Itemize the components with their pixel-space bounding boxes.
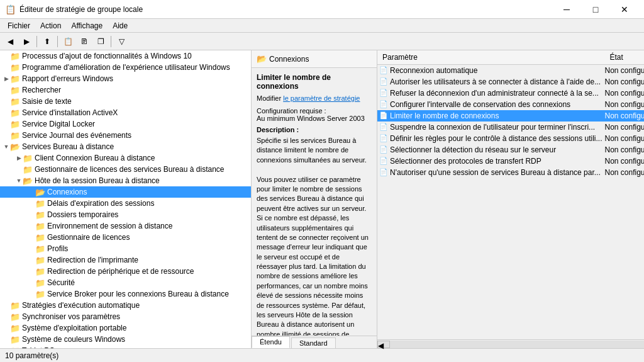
table-row[interactable]: 📄Configurer l'intervalle de conservation… [377,99,644,110]
folder-icon: 📁 [10,335,20,344]
tree-item-label: Redirection de périphérique et de ressou… [47,267,194,276]
tree-item[interactable]: 📁Délais d'expiration des sessions [0,198,251,209]
tree-item[interactable]: 📁Redirection de périphérique et de resso… [0,266,251,277]
tree-item-label: Stratégies d'exécution automatique [22,301,140,310]
row-param: Limiter le nombre de connexions [390,111,605,120]
tree-item[interactable]: ▶📁Tablet PC [0,345,251,348]
folder-icon: 📁 [35,278,45,288]
right-wrapper: Paramètre État 📄Reconnexion automatiqueN… [377,50,644,348]
hscroll-left[interactable]: ◀ [377,341,390,348]
expand-icon [15,166,23,173]
row-policy-icon: 📄 [377,89,390,97]
tree-item[interactable]: 📁Redirection de l'imprimante [0,254,251,266]
tree-item[interactable]: 📁Service Digital Locker [0,118,251,130]
folder-icon: 📁 [35,222,45,231]
tree-item[interactable]: 📁Processus d'ajout de fonctionnalités à … [0,50,251,62]
tree-item-label: Sécurité [47,278,75,287]
folder-icon: 📁 [10,324,20,333]
tree-item[interactable]: 📁Rechercher [0,84,251,96]
tree-item[interactable]: 📁Stratégies d'exécution automatique [0,300,251,311]
table-row[interactable]: 📄Définir les règles pour le contrôle à d… [377,133,644,144]
table-row[interactable]: 📄N'autoriser qu'une session de services … [377,167,644,178]
minimize-button[interactable]: ─ [552,0,581,19]
title-text: Éditeur de stratégie de groupe locale [19,5,143,14]
tab-standard[interactable]: Standard [291,337,336,348]
right-list: 📄Reconnexion automatiqueNon configuré📄Au… [377,65,644,339]
close-button[interactable]: ✕ [610,0,639,19]
folder-icon: 📁 [23,154,33,163]
folder-icon: 📁 [10,301,20,310]
hscroll-track[interactable] [390,341,644,348]
modify-link-wrapper: Modifier le paramètre de stratégie [257,94,372,102]
tree-item-label: Système de couleurs Windows [22,335,125,344]
tree-item[interactable]: 📁Dossiers temporaires [0,209,251,220]
menu-action[interactable]: Action [35,20,66,31]
row-param: Sélectionner des protocoles de transfert… [390,157,605,166]
expand-icon [3,324,10,332]
tree-item[interactable]: 📁Environnement de session à distance [0,220,251,232]
expand-icon [28,245,35,252]
expand-icon [28,188,35,196]
toolbar-separator-1 [36,36,37,47]
tree-item[interactable]: ▼📂Hôte de la session Bureau à distance [0,175,251,186]
toolbar-separator-2 [57,36,58,47]
tree-item-label: Saisie de texte [22,97,72,106]
table-row[interactable]: 📄Suspendre la connexion de l'utilisateur… [377,122,644,133]
table-row[interactable]: 📄Sélectionner la détection du réseau sur… [377,144,644,156]
expand-icon [3,98,10,105]
title-bar: 📋 Éditeur de stratégie de groupe locale … [0,0,644,19]
tree-item[interactable]: ▶📁Client Connexion Bureau à distance [0,152,251,164]
table-row[interactable]: 📄Reconnexion automatiqueNon configuré [377,65,644,76]
tree-item-label: Service d'installation ActiveX [22,108,118,117]
tree-item[interactable]: 📂Connexions [0,186,251,198]
filter-button[interactable]: ▽ [114,35,129,48]
tree-item[interactable]: 📁Gestionnaire de licences des services B… [0,164,251,175]
table-row[interactable]: 📄Limiter le nombre de connexionsNon conf… [377,110,644,122]
middle-scroll[interactable]: Limiter le nombre de connexions Modifier… [252,68,377,336]
tree-item[interactable]: 📁Service Broker pour les connexions Bure… [0,288,251,300]
table-row[interactable]: 📄Autoriser les utilisateurs à se connect… [377,76,644,88]
table-row[interactable]: 📄Refuser la déconnexion d'un administrat… [377,88,644,99]
tree-item[interactable]: 📁Système d'exploitation portable [0,322,251,334]
row-param: Refuser la déconnexion d'un administrate… [390,89,605,98]
middle-folder-icon: 📂 [257,54,267,64]
tree-item[interactable]: 📁Programme d'amélioration de l'expérienc… [0,62,251,73]
forward-button[interactable]: ▶ [19,35,34,48]
properties-button[interactable]: 🖹 [77,35,92,48]
folder-icon: 📁 [10,131,20,140]
tree-item[interactable]: 📁Saisie de texte [0,96,251,107]
tree-item-label: Rapport d'erreurs Windows [22,74,113,83]
tree-item[interactable]: 📁Sécurité [0,277,251,288]
folder-icon: 📁 [10,52,20,61]
tab-etendu[interactable]: Étendu [252,336,290,348]
tree-item[interactable]: 📁Système de couleurs Windows [0,334,251,345]
menu-aide[interactable]: Aide [108,20,133,31]
tree-panel: 📁Processus d'ajout de fonctionnalités à … [0,50,252,348]
folder-icon: 📁 [35,290,45,299]
tree-item[interactable]: 📁Gestionnaire de licences [0,232,251,243]
menu-affichage[interactable]: Affichage [66,20,108,31]
tree-item[interactable]: 📁Profils [0,243,251,254]
tree-item[interactable]: ▶📁Rapport d'erreurs Windows [0,73,251,84]
col-param-header: Paramètre [377,52,605,63]
tree-item[interactable]: ▼📂Services Bureau à distance [0,141,251,152]
menu-fichier[interactable]: Fichier [3,20,35,31]
maximize-button[interactable]: □ [581,0,610,19]
expand-icon [3,109,10,116]
tree-item[interactable]: 📁Service d'installation ActiveX [0,107,251,118]
tree-item[interactable]: 📁Service Journal des événements [0,130,251,141]
tree-item[interactable]: 📁Synchroniser vos paramètres [0,311,251,322]
back-button[interactable]: ◀ [3,35,18,48]
modify-link[interactable]: le paramètre de stratégie [283,94,360,102]
row-policy-icon: 📄 [377,168,390,176]
row-policy-icon: 📄 [377,134,390,142]
middle-header-title: Connexions [269,55,309,64]
tree-item-label: Connexions [47,188,87,196]
show-hide-button[interactable]: 📋 [60,35,75,48]
expand-icon: ▶ [3,347,10,348]
middle-header: 📂 Connexions [252,50,377,68]
extend-button[interactable]: ❐ [93,35,108,48]
table-row[interactable]: 📄Sélectionner des protocoles de transfer… [377,156,644,167]
middle-title: Limiter le nombre de connexions [257,73,372,91]
up-button[interactable]: ⬆ [40,35,55,48]
